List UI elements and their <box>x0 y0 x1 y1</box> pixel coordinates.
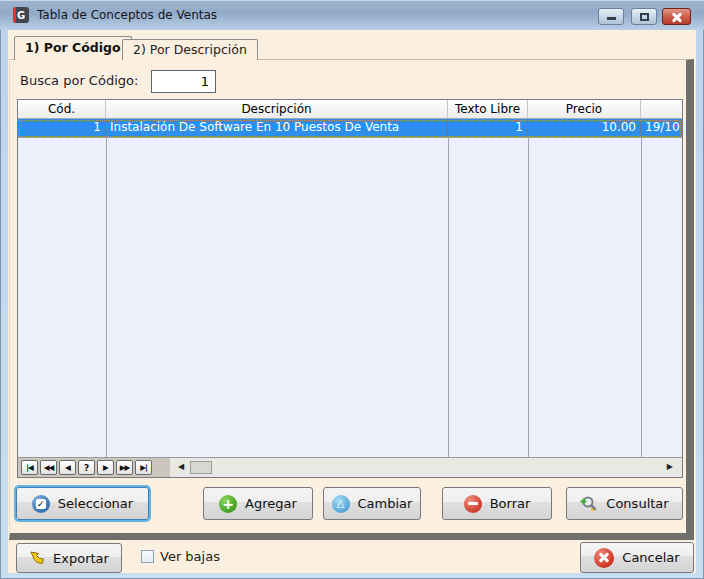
button-label: Seleccionar <box>58 496 133 511</box>
column-header-fecha[interactable] <box>641 100 682 118</box>
check-icon: ✓ <box>36 499 46 509</box>
button-label: Agregar <box>245 496 297 511</box>
nav-next-button[interactable]: ▶ <box>97 460 114 475</box>
consultar-button[interactable]: Consultar <box>566 487 683 520</box>
cell-texto-libre: 1 <box>448 119 528 137</box>
close-button[interactable] <box>662 8 691 25</box>
ver-bajas-label: Ver bajas <box>160 549 220 564</box>
data-grid: Cód. Descripción Texto Libre Precio 1 In… <box>17 99 683 478</box>
column-header-codigo[interactable]: Cód. <box>18 100 106 118</box>
button-label: Consultar <box>606 496 668 511</box>
titlebar: G Tabla de Conceptos de Ventas <box>0 0 704 30</box>
column-divider <box>106 138 107 457</box>
export-arrow-icon <box>29 550 45 566</box>
app-icon: G <box>13 7 29 23</box>
button-label: Cancelar <box>622 550 679 565</box>
checkbox-icon: ✓ <box>32 495 50 513</box>
delta-icon: △ <box>332 495 350 513</box>
column-header-precio[interactable]: Precio <box>528 100 641 118</box>
agregar-button[interactable]: + Agregar <box>203 487 313 520</box>
nav-fast-next-button[interactable]: ▶▶ <box>116 460 133 475</box>
exportar-button[interactable]: Exportar <box>16 543 122 573</box>
nav-fast-prior-button[interactable]: ◀◀ <box>40 460 57 475</box>
column-divider <box>641 138 642 457</box>
table-row[interactable]: 1 Instalación De Software En 10 Puestos … <box>18 119 682 138</box>
minimize-icon <box>607 17 616 20</box>
cambiar-button[interactable]: △ Cambiar <box>323 487 421 520</box>
grid-body <box>18 138 682 457</box>
magnifier-icon <box>580 495 598 513</box>
plus-icon: + <box>219 495 237 513</box>
cell-precio: 10.00 <box>528 119 641 137</box>
search-input[interactable] <box>151 70 216 93</box>
nav-first-button[interactable]: |◀ <box>21 460 38 475</box>
cell-fecha: 19/10 <box>641 119 682 137</box>
dialog-window: G Tabla de Conceptos de Ventas 1) Por Có… <box>0 0 704 579</box>
button-label: Exportar <box>53 551 109 566</box>
tab-por-descripcion[interactable]: 2) Por Descripción <box>122 39 258 60</box>
nav-prior-button[interactable]: ◀ <box>59 460 76 475</box>
search-label: Busca por Código: <box>20 73 138 88</box>
scrollbar-right-arrow[interactable]: ▶ <box>667 462 673 471</box>
cell-descripcion: Instalación De Software En 10 Puestos De… <box>106 119 448 137</box>
app-icon-letter: G <box>17 10 25 21</box>
column-divider <box>528 138 529 457</box>
minus-icon <box>464 495 482 513</box>
cancelar-button[interactable]: Cancelar <box>580 542 694 573</box>
minimize-button[interactable] <box>598 8 624 25</box>
column-header-texto-libre[interactable]: Texto Libre <box>448 100 528 118</box>
column-divider <box>448 138 449 457</box>
maximize-icon <box>640 13 649 21</box>
db-navigator: |◀ ◀◀ ◀ ? ▶ ▶▶ ▶| ◀ ▶ <box>18 457 682 477</box>
scrollbar-thumb[interactable] <box>190 461 212 474</box>
app-icon-accent <box>13 7 16 23</box>
scrollbar-left-arrow[interactable]: ◀ <box>178 462 184 471</box>
cell-codigo: 1 <box>18 119 106 137</box>
borrar-button[interactable]: Borrar <box>442 487 552 520</box>
button-label: Borrar <box>490 496 531 511</box>
ver-bajas-checkbox[interactable] <box>141 550 154 563</box>
maximize-button[interactable] <box>631 8 657 25</box>
button-label: Cambiar <box>358 496 413 511</box>
cancel-x-icon <box>594 548 614 568</box>
grid-header: Cód. Descripción Texto Libre Precio <box>18 100 682 119</box>
tab-por-codigo[interactable]: 1) Por Código <box>14 36 132 60</box>
column-header-descripcion[interactable]: Descripción <box>106 100 448 118</box>
nav-help-button[interactable]: ? <box>78 460 95 475</box>
window-title: Tabla de Conceptos de Ventas <box>37 8 217 22</box>
nav-last-button[interactable]: ▶| <box>135 460 152 475</box>
seleccionar-button[interactable]: ✓ Seleccionar <box>16 487 149 520</box>
